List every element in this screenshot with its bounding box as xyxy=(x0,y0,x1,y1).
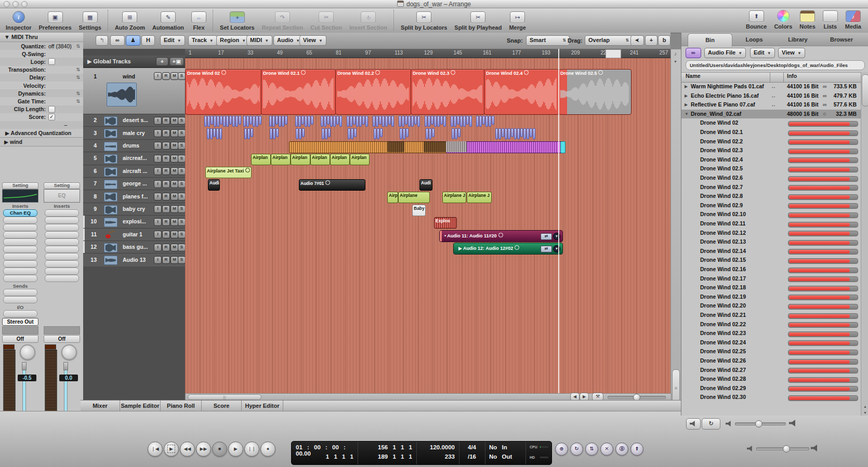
global-tracks-header[interactable]: ▶ Global Tracks + +▣ xyxy=(83,56,185,68)
region-band-grayband[interactable] xyxy=(446,141,467,152)
disclosure-open-icon[interactable]: ▼ xyxy=(685,110,689,119)
toolbar-button-inspector[interactable]: iInspector xyxy=(6,11,32,31)
midi-region-cluster[interactable] xyxy=(495,128,536,139)
bin-tab-bin[interactable]: Bin xyxy=(688,33,732,47)
mute-button[interactable]: M xyxy=(170,205,178,213)
record-enable-button[interactable]: R xyxy=(162,167,170,175)
region-airplan[interactable]: Airplan xyxy=(350,154,370,165)
track-header-11[interactable]: 11guitar 1IRMS xyxy=(83,228,185,241)
menu-track[interactable]: Track▼ xyxy=(188,35,217,46)
inspector-param-row[interactable]: Gate Time:⇅ xyxy=(0,97,83,105)
midi-region-cluster[interactable] xyxy=(476,116,495,127)
midi-region-cluster[interactable] xyxy=(270,128,279,139)
insert-slot[interactable] xyxy=(3,246,37,253)
inspector-param-row[interactable]: – xyxy=(0,121,83,129)
input-monitor-button[interactable]: I xyxy=(154,167,162,175)
toolbar-button-split-by-playhead[interactable]: ✂Split by Playhead xyxy=(454,11,502,31)
bin-region-row[interactable]: Drone Wind 02.21 xyxy=(681,311,861,320)
pause-button[interactable]: ❘❘ xyxy=(244,442,259,457)
go-to-beginning-button[interactable]: ❘◀ xyxy=(148,442,163,457)
midi-region-cluster[interactable] xyxy=(451,116,472,127)
prelisten-volume-thumb[interactable] xyxy=(755,420,762,428)
midi-region-cluster[interactable] xyxy=(204,116,242,127)
bin-region-row[interactable]: Drone Wind 02.29 xyxy=(681,384,861,393)
bar-ruler[interactable]: 1173349658197113129145161177193209225241… xyxy=(185,49,670,58)
track-header-6[interactable]: 6aircraft ...IRMS xyxy=(83,165,185,178)
fade-tool-icon[interactable]: ⇄ xyxy=(541,246,552,252)
record-enable-button[interactable]: R xyxy=(162,218,170,226)
record-enable-button[interactable]: R xyxy=(162,117,170,125)
mute-button[interactable]: M xyxy=(170,129,178,137)
bin-column-headers[interactable]: Name Info xyxy=(681,72,861,83)
solo-button[interactable]: S xyxy=(178,142,185,150)
midi-region-cluster[interactable] xyxy=(400,128,409,139)
region-audi[interactable]: Audi xyxy=(419,179,432,191)
input-monitor-button[interactable]: I xyxy=(154,72,162,80)
bin-region-row[interactable]: Drone Wind 02.13 xyxy=(681,237,861,247)
inspector-param-row[interactable]: Velocity: xyxy=(0,82,83,89)
region-airplan[interactable]: Airplan xyxy=(271,154,291,165)
pencil-tool-icon[interactable]: b xyxy=(658,35,670,46)
midi-region-cluster[interactable] xyxy=(322,128,331,139)
volume-fader-track[interactable] xyxy=(22,366,26,417)
bin-region-row[interactable]: Drone Wind 02.24 xyxy=(681,338,861,348)
insert-slot[interactable] xyxy=(45,231,79,238)
track-inspector-disclosure[interactable]: ▶ wind xyxy=(0,137,83,146)
menu-midi[interactable]: MIDI▼ xyxy=(246,35,272,46)
toolbar-button-auto-zoom[interactable]: ⊞Auto Zoom xyxy=(115,11,145,31)
bin-region-row[interactable]: Drone Wind 02.23 xyxy=(681,329,861,338)
stepper-icon[interactable]: ⇅ xyxy=(76,67,80,72)
bin-region-row[interactable]: Drone Wind 02 xyxy=(681,118,861,128)
bin-tab-library[interactable]: Library xyxy=(776,33,820,46)
input-monitor-button[interactable]: I xyxy=(154,244,162,251)
mute-button[interactable]: M xyxy=(170,167,178,175)
insert-slot[interactable] xyxy=(3,253,37,260)
bin-tab-loops[interactable]: Loops xyxy=(732,33,776,46)
track-header-12[interactable]: 12bass gu...IRMS xyxy=(83,241,185,253)
bin-region-row[interactable]: Drone Wind 02.10 xyxy=(681,210,861,219)
region-audio-11--audio-11-20[interactable]: • Audio 11: Audio 11#20⇄▼ xyxy=(439,230,563,242)
disclosure-closed-icon[interactable]: ▶ xyxy=(685,100,688,110)
eq-placeholder[interactable]: EQ xyxy=(44,189,80,203)
toolbar-button-preferences[interactable]: ▣Preferences xyxy=(39,11,72,31)
inspector-param-row[interactable]: Loop: xyxy=(0,58,83,65)
channel-setting-button[interactable]: Setting xyxy=(2,182,38,189)
inspector-param-row[interactable]: Score:✓ xyxy=(0,113,83,121)
record-enable-button[interactable]: R xyxy=(162,193,170,201)
inspector-param-row[interactable]: Delay:⇅ xyxy=(0,74,83,82)
forward-button[interactable]: ▶▶ xyxy=(196,442,211,457)
audio-region-drone-wind-02-1[interactable]: Drone Wind 02.1 xyxy=(261,69,336,115)
solo-button[interactable]: S xyxy=(178,218,185,226)
midi-region-cluster[interactable] xyxy=(425,116,446,127)
bin-view-menu[interactable]: View▼ xyxy=(778,48,805,58)
bin-region-row[interactable]: Drone Wind 02.22 xyxy=(681,320,861,329)
menu-region[interactable]: Region▼ xyxy=(216,35,249,46)
bin-region-row[interactable]: Drone Wind 02.16 xyxy=(681,265,861,274)
track-header-3[interactable]: 3male cryIRMS xyxy=(83,126,185,139)
region-audio-12--audio-12-02[interactable]: ▶ Audio 12: Audio 12#02⇄▼ xyxy=(453,243,563,255)
prelisten-volume-slider[interactable] xyxy=(735,422,786,425)
input-monitor-button[interactable]: I xyxy=(154,129,162,137)
link-icon[interactable]: ∞ xyxy=(110,35,125,46)
add-track-button[interactable]: + xyxy=(156,57,168,66)
bin-region-row[interactable]: Drone Wind 02.25 xyxy=(681,347,861,356)
mute-button[interactable]: M xyxy=(170,218,178,226)
stepper-icon[interactable]: ⇅ xyxy=(76,91,80,96)
inspector-param-row[interactable]: Quantize:off (3840)⇅ xyxy=(0,42,83,50)
midi-thru-header[interactable]: ▼ MIDI Thru xyxy=(0,33,83,42)
bin-region-row[interactable]: Drone Wind 02.7 xyxy=(681,183,861,192)
play-button[interactable]: ▶ xyxy=(228,442,243,457)
bin-region-row[interactable]: Drone Wind 02.1 xyxy=(681,128,861,137)
audio-file-menu[interactable]: Audio File▼ xyxy=(704,48,746,58)
chevron-down-icon[interactable]: ▼ xyxy=(672,60,679,65)
inspector-param-row[interactable]: Clip Length: xyxy=(0,105,83,113)
region-airplan[interactable]: Airplan xyxy=(330,154,350,165)
insert-slot[interactable] xyxy=(3,275,37,282)
input-monitor-button[interactable]: I xyxy=(154,205,162,213)
bin-file-row[interactable]: ▶Echo Electric Piano 16.caf↔44100 16 Bit… xyxy=(681,91,861,101)
midi-region-cluster[interactable] xyxy=(321,116,343,127)
bin-region-row[interactable]: Drone Wind 02.26 xyxy=(681,356,861,366)
solo-button[interactable]: S xyxy=(178,167,185,175)
disclosure-closed-icon[interactable]: ▶ xyxy=(685,91,688,101)
chan-eq-insert[interactable]: Chan EQ xyxy=(3,209,37,217)
